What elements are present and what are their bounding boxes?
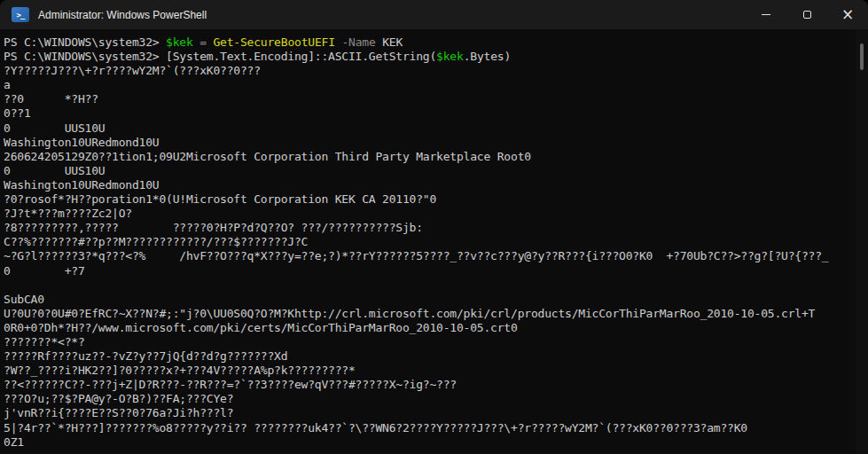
terminal-line: C??%???????#??p??M????????????/???$?????…: [4, 235, 852, 249]
terminal-line: 260624205129Z0??1tion1;09U2Microsoft Cor…: [4, 150, 852, 164]
terminal-line: Washington10URedmond10U: [4, 178, 852, 192]
terminal-line: PS C:\WINDOWS\system32> $kek = Get-Secur…: [4, 35, 852, 50]
terminal-line: 0??1: [4, 106, 852, 121]
terminal-line: ?W??_????i?HK2??]?0?????x?+???4V?????A%p…: [4, 364, 852, 378]
powershell-icon[interactable]: >_: [12, 7, 29, 22]
close-icon: ×: [841, 7, 854, 22]
scrollbar-thumb[interactable]: [860, 43, 864, 70]
terminal-line: [4, 278, 852, 293]
terminal-line: ~?G?l??????3?*q???<?% /hvF??O???q*X???y=…: [4, 249, 852, 263]
terminal-line: Washington10URedmond10U: [4, 136, 852, 150]
maximize-icon: [803, 11, 811, 19]
terminal-line: 5|?4r??`*?H???]???????%o8?????y??i?? ???…: [4, 421, 852, 435]
terminal-line: j'vnR??i{????E??S??0?76a?Ji?h???l?: [4, 406, 852, 420]
scrollbar[interactable]: [856, 29, 868, 454]
terminal-line: 0 UUS10U: [4, 121, 852, 136]
terminal-line: PS C:\WINDOWS\system32> [System.Text.Enc…: [4, 50, 852, 64]
terminal-line: 0 +?7: [4, 264, 852, 278]
terminal-line: ???????*<?*?: [4, 335, 852, 349]
terminal-line: U?0U?0?0U#0?EfRC?~X??N?#;:"j?0\UU0S0Q?O?…: [4, 307, 852, 321]
terminal-line: SubCA0: [4, 293, 852, 307]
terminal-line: ?8?????????,????? ?????0?H?P?d?Q??O? ???…: [4, 221, 852, 235]
terminal-line: ?0?rosof*?H??poration1*0(U!Microsoft Cor…: [4, 192, 852, 207]
terminal-line: ??0 *?H??: [4, 92, 852, 106]
terminal-line: a: [4, 78, 852, 92]
window-controls: ×: [746, 0, 868, 29]
terminal-line: ???O?u;??$?PA@y?-O?B?)??FA;???CYe?: [4, 392, 852, 406]
terminal-line: ?????Rf????uz??-?vZ?y??7jQ{d??d?g???????…: [4, 349, 852, 364]
minimize-button[interactable]: [746, 0, 786, 29]
title-bar[interactable]: >_ Administrator: Windows PowerShell ×: [0, 0, 868, 29]
terminal-line: 0Z1: [4, 435, 852, 450]
terminal-line: ?J?t*???m????Zc2|O?: [4, 207, 852, 221]
terminal-line: 0 UUS10U: [4, 164, 852, 178]
terminal-line: 0R0+0?Dh*?H??/www.microsoft.com/pki/cert…: [4, 321, 852, 335]
minimize-icon: [762, 14, 770, 15]
terminal-line: ?Y?????J???\+?r????wY2M?`(???xK0??0???: [4, 64, 852, 78]
terminal-body[interactable]: PS C:\WINDOWS\system32> $kek = Get-Secur…: [0, 29, 868, 454]
window-title: Administrator: Windows PowerShell: [38, 9, 207, 21]
maximize-button[interactable]: [786, 0, 827, 29]
powershell-window: >_ Administrator: Windows PowerShell × P…: [0, 0, 868, 454]
terminal-line: ??<??????C??-???j+Z|D?R???-??R???=?`??3?…: [4, 378, 852, 392]
close-button[interactable]: ×: [827, 0, 868, 29]
